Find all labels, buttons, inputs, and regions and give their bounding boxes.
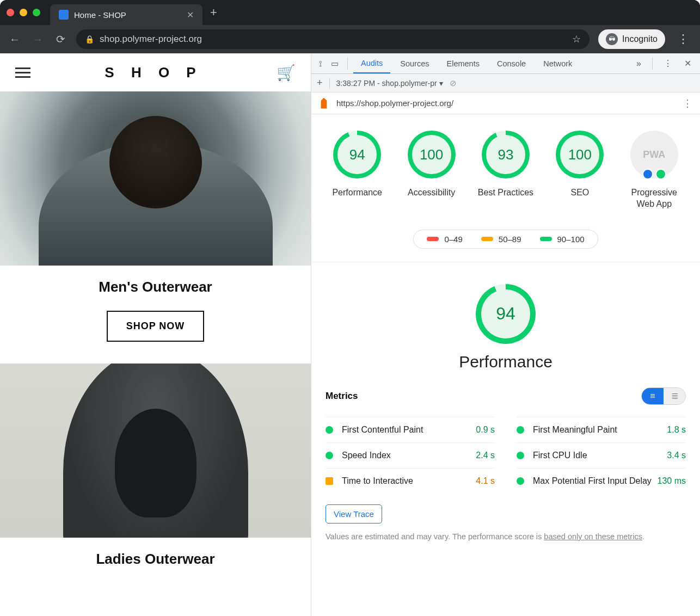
pwa-fast-badge-icon bbox=[642, 169, 653, 180]
incognito-indicator[interactable]: 🕶 Incognito bbox=[598, 29, 665, 49]
incognito-label: Incognito bbox=[622, 34, 658, 44]
browser-menu-button[interactable]: ⋮ bbox=[674, 32, 692, 46]
window-zoom-button[interactable] bbox=[33, 9, 40, 16]
category-hero-image[interactable] bbox=[0, 364, 311, 538]
metrics-grid: First Contentful Paint 0.9 s Speed Index… bbox=[326, 417, 686, 494]
address-bar[interactable]: 🔒 shop.polymer-project.org ☆ bbox=[76, 29, 590, 49]
score-gauges: 94 Performance 100 Accessibility 93 Best… bbox=[311, 114, 700, 222]
legend-swatch-green bbox=[540, 237, 552, 241]
status-dot-icon bbox=[326, 477, 333, 485]
metrics-heading: Metrics bbox=[326, 391, 358, 402]
tab-audits[interactable]: Audits bbox=[353, 53, 390, 73]
report-menu-button[interactable]: ⋮ bbox=[683, 97, 692, 109]
audit-run-label: 3:38:27 PM - shop.polymer-pr bbox=[336, 79, 437, 88]
devtools-panel: ⟟ ▭ Audits Sources Elements Console Netw… bbox=[311, 53, 700, 616]
clear-audit-icon[interactable]: ⊘ bbox=[450, 78, 457, 88]
performance-section: 94 Performance Metrics ≡ ≣ First Content… bbox=[311, 262, 700, 554]
legend-range-fail: 0–49 bbox=[444, 235, 462, 244]
menu-button[interactable] bbox=[15, 65, 30, 81]
gauge-best-practices[interactable]: 93 Best Practices bbox=[473, 131, 538, 210]
separator bbox=[652, 58, 653, 70]
gauge-pwa[interactable]: PWA Progressive Web App bbox=[622, 131, 687, 210]
tab-network[interactable]: Network bbox=[536, 53, 580, 73]
toggle-condensed-icon[interactable]: ≡ bbox=[642, 388, 664, 404]
forward-button[interactable]: → bbox=[30, 33, 45, 46]
performance-gauge-large: 94 Performance bbox=[326, 284, 686, 371]
separator bbox=[347, 58, 348, 70]
rendered-page: S H O P 🛒 Men's Outerwear SHOP NOW Ladie… bbox=[0, 53, 311, 616]
pwa-badge-text: PWA bbox=[643, 149, 665, 161]
status-dot-icon bbox=[326, 426, 333, 434]
status-dot-icon bbox=[517, 426, 524, 434]
window-minimize-button[interactable] bbox=[20, 9, 27, 16]
devtools-close-button[interactable]: ✕ bbox=[680, 58, 696, 69]
audits-toolbar: + 3:38:27 PM - shop.polymer-pr ▾ ⊘ bbox=[311, 74, 700, 93]
category-title: Ladies Outerwear bbox=[0, 551, 311, 568]
url-text: shop.polymer-project.org bbox=[100, 34, 202, 45]
status-dot-icon bbox=[517, 452, 524, 459]
status-dot-icon bbox=[326, 452, 333, 459]
audited-url: https://shop.polymer-project.org/ bbox=[336, 98, 675, 108]
metric-row[interactable]: Speed Index 2.4 s bbox=[326, 442, 495, 468]
gauge-seo[interactable]: 100 SEO bbox=[547, 131, 612, 210]
separator bbox=[329, 78, 330, 89]
audit-run-dropdown[interactable]: 3:38:27 PM - shop.polymer-pr ▾ bbox=[336, 79, 443, 88]
category-hero-image[interactable] bbox=[0, 91, 311, 266]
legend-range-pass: 90–100 bbox=[557, 235, 585, 244]
score-legend: 0–49 50–89 90–100 bbox=[311, 222, 700, 262]
metric-row[interactable]: First Contentful Paint 0.9 s bbox=[326, 417, 495, 442]
new-audit-button[interactable]: + bbox=[317, 77, 323, 89]
disclaimer-link[interactable]: based only on these metrics bbox=[544, 532, 642, 541]
legend-range-avg: 50–89 bbox=[499, 235, 521, 244]
window-close-button[interactable] bbox=[7, 9, 14, 16]
device-toolbar-icon[interactable]: ▭ bbox=[328, 59, 342, 69]
tab-close-button[interactable]: ✕ bbox=[187, 10, 194, 20]
new-tab-button[interactable]: + bbox=[210, 5, 217, 20]
shop-logo[interactable]: S H O P bbox=[105, 64, 202, 81]
metrics-disclaimer: Values are estimated and may vary. The p… bbox=[326, 531, 686, 543]
back-button[interactable]: ← bbox=[8, 33, 22, 46]
metric-row[interactable]: First CPU Idle 3.4 s bbox=[517, 442, 686, 468]
metric-row[interactable]: First Meaningful Paint 1.8 s bbox=[517, 417, 686, 442]
lighthouse-icon bbox=[319, 98, 329, 109]
legend-swatch-orange bbox=[481, 237, 493, 241]
metric-row[interactable]: Time to Interactive 4.1 s bbox=[326, 468, 495, 494]
inspect-element-icon[interactable]: ⟟ bbox=[316, 59, 326, 69]
reload-button[interactable]: ⟳ bbox=[53, 33, 67, 46]
tab-sources[interactable]: Sources bbox=[392, 53, 437, 73]
performance-title: Performance bbox=[326, 353, 686, 371]
browser-toolbar: ← → ⟳ 🔒 shop.polymer-project.org ☆ 🕶 Inc… bbox=[0, 25, 700, 53]
metric-row[interactable]: Max Potential First Input Delay 130 ms bbox=[517, 468, 686, 494]
tab-favicon bbox=[59, 10, 69, 20]
shop-header: S H O P 🛒 bbox=[0, 53, 311, 91]
devtools-menu-button[interactable]: ⋮ bbox=[659, 58, 677, 69]
browser-tab[interactable]: Home - SHOP ✕ bbox=[50, 4, 202, 25]
gauge-performance[interactable]: 94 Performance bbox=[324, 131, 390, 210]
gauge-accessibility[interactable]: 100 Accessibility bbox=[399, 131, 464, 210]
browser-tab-strip: Home - SHOP ✕ + bbox=[0, 0, 700, 25]
category-ladies: Ladies Outerwear bbox=[0, 364, 311, 568]
legend-swatch-red bbox=[427, 237, 439, 241]
status-dot-icon bbox=[517, 477, 524, 485]
window-controls bbox=[7, 9, 40, 16]
tab-title: Home - SHOP bbox=[74, 10, 181, 20]
view-trace-button[interactable]: View Trace bbox=[326, 504, 382, 523]
cart-icon[interactable]: 🛒 bbox=[277, 64, 296, 82]
devtools-tab-bar: ⟟ ▭ Audits Sources Elements Console Netw… bbox=[311, 53, 700, 74]
chevron-down-icon: ▾ bbox=[439, 79, 443, 88]
shop-now-button[interactable]: SHOP NOW bbox=[107, 311, 205, 342]
tab-elements[interactable]: Elements bbox=[439, 53, 487, 73]
bookmark-star-icon[interactable]: ☆ bbox=[572, 33, 581, 45]
more-tabs-button[interactable]: » bbox=[632, 59, 646, 69]
pwa-installable-badge-icon bbox=[655, 169, 666, 180]
audit-url-bar: https://shop.polymer-project.org/ ⋮ bbox=[311, 93, 700, 114]
lock-icon: 🔒 bbox=[85, 35, 94, 44]
tab-console[interactable]: Console bbox=[489, 53, 533, 73]
toggle-expanded-icon[interactable]: ≣ bbox=[664, 388, 685, 404]
category-title: Men's Outerwear bbox=[0, 279, 311, 295]
incognito-icon: 🕶 bbox=[606, 33, 618, 45]
metrics-view-toggle[interactable]: ≡ ≣ bbox=[641, 387, 686, 405]
category-mens: Men's Outerwear SHOP NOW bbox=[0, 91, 311, 364]
